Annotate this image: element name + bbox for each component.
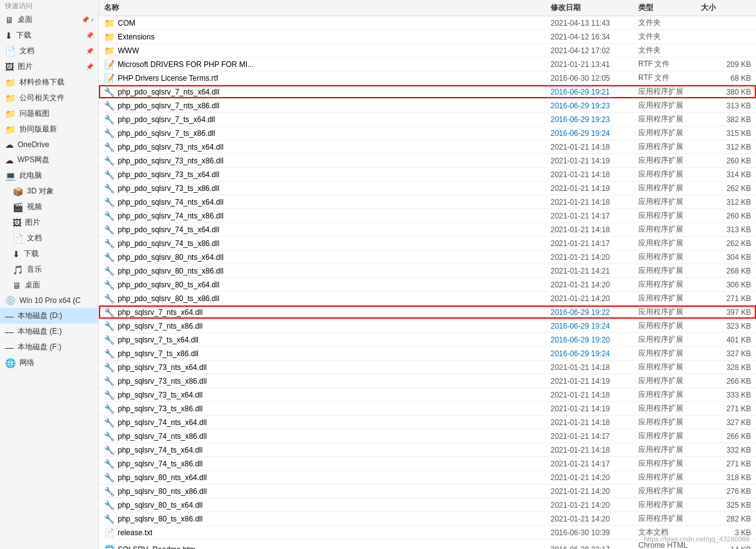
table-row[interactable]: 📁 WWW 2021-04-12 17:02 文件夹 [99, 44, 756, 58]
table-row[interactable]: 🔧 php_sqlsrv_80_nts_x64.dll 2021-01-21 1… [99, 471, 756, 485]
desktop-icon: 🖥 [5, 15, 14, 25]
table-row[interactable]: 🔧 php_pdo_sqlsrv_73_nts_x86.dll 2021-01-… [99, 154, 756, 168]
table-row[interactable]: 🔧 php_pdo_sqlsrv_7_nts_x64.dll 2016-06-2… [99, 85, 756, 99]
sidebar-item-music[interactable]: 🎵 音乐 [0, 262, 98, 277]
table-row[interactable]: 🔧 php_pdo_sqlsrv_74_nts_x64.dll 2021-01-… [99, 195, 756, 209]
table-row[interactable]: 🔧 php_pdo_sqlsrv_80_nts_x86.dll 2021-01-… [99, 264, 756, 278]
table-row[interactable]: 🔧 php_pdo_sqlsrv_7_ts_x86.dll 2016-06-29… [99, 126, 756, 140]
sidebar-item-network[interactable]: 🌐 网络 [0, 355, 98, 371]
column-date[interactable]: 修改日期 [551, 3, 638, 13]
table-row[interactable]: 🔧 php_sqlsrv_74_nts_x64.dll 2021-01-21 1… [99, 416, 756, 429]
sidebar-item-dl2[interactable]: ⬇ 下载 [0, 246, 98, 262]
column-type[interactable]: 类型 [638, 3, 701, 13]
table-row[interactable]: 🔧 php_sqlsrv_7_nts_x64.dll 2016-06-29 19… [99, 305, 756, 319]
sidebar-item-label: 图片 [25, 217, 40, 228]
file-type: 文件夹 [638, 31, 701, 42]
table-row[interactable]: 🔧 php_sqlsrv_7_ts_x64.dll 2016-06-29 19:… [99, 333, 756, 347]
table-row[interactable]: 🔧 php_pdo_sqlsrv_7_ts_x64.dll 2016-06-29… [99, 113, 756, 126]
table-row[interactable]: 📁 COM 2021-04-13 11:43 文件夹 [99, 16, 756, 30]
table-row[interactable]: 🔧 php_pdo_sqlsrv_73_ts_x86.dll 2021-01-2… [99, 182, 756, 195]
sidebar-item-diskD[interactable]: — 本地磁盘 (D:) [0, 308, 98, 324]
file-type: 应用程序扩展 [638, 128, 701, 138]
video-icon: 🎬 [13, 202, 23, 212]
table-row[interactable]: 🔧 php_sqlsrv_7_nts_x86.dll 2016-06-29 19… [99, 319, 756, 333]
sidebar-item-pics2[interactable]: 🖼 图片 [0, 215, 98, 230]
sidebar-item-collab[interactable]: 📁 协同版最新 [0, 121, 98, 137]
file-name: COM [118, 19, 135, 28]
table-row[interactable]: 🔧 php_sqlsrv_73_ts_x86.dll 2021-01-21 14… [99, 402, 756, 416]
sidebar-item-3d[interactable]: 📦 3D 对象 [0, 183, 98, 199]
download-icon: ⬇ [5, 31, 13, 41]
sidebar-item-documents[interactable]: 📄 文档 📌 [0, 43, 98, 59]
file-list[interactable]: 名称 修改日期 类型 大小 📁 COM 2021-04-13 11:43 文件夹… [99, 0, 756, 549]
table-row[interactable]: 🔧 php_pdo_sqlsrv_80_nts_x64.dll 2021-01-… [99, 250, 756, 264]
sidebar-item-onedrive[interactable]: ☁ OneDrive [0, 137, 98, 152]
table-row[interactable]: 🔧 php_sqlsrv_74_ts_x86.dll 2021-01-21 14… [99, 457, 756, 471]
file-size: 323 KB [701, 322, 751, 331]
table-row[interactable]: 🔧 php_pdo_sqlsrv_73_nts_x64.dll 2021-01-… [99, 140, 756, 154]
file-name-cell: 🔧 php_pdo_sqlsrv_73_nts_x86.dll [104, 156, 551, 166]
table-row[interactable]: 🔧 php_pdo_sqlsrv_74_nts_x86.dll 2021-01-… [99, 209, 756, 223]
table-row[interactable]: 📝 PHP Drivers License Terms.rtf 2016-06-… [99, 71, 756, 85]
doc-icon: 📄 [5, 46, 16, 56]
table-row[interactable]: 🔧 php_pdo_sqlsrv_74_ts_x86.dll 2021-01-2… [99, 237, 756, 250]
file-name-cell: 📄 release.txt [104, 528, 551, 538]
table-row[interactable]: 🔧 php_pdo_sqlsrv_74_ts_x64.dll 2021-01-2… [99, 223, 756, 237]
sidebar-item-label: WPS网盘 [18, 155, 49, 165]
sidebar-item-company[interactable]: 📁 公司相关文件 [0, 90, 98, 106]
sidebar-item-diskF[interactable]: — 本地磁盘 (F:) [0, 339, 98, 355]
column-name[interactable]: 名称 [104, 3, 551, 13]
sidebar-item-pictures[interactable]: 🖼 图片 📌 [0, 59, 98, 74]
file-date: 2021-01-21 14:20 [551, 515, 638, 523]
file-type: 应用程序扩展 [638, 472, 701, 483]
sidebar-item-wps[interactable]: ☁ WPS网盘 [0, 152, 98, 168]
sidebar-item-win10[interactable]: 💿 Win 10 Pro x64 (C [0, 293, 98, 308]
file-size: 333 KB [701, 391, 751, 399]
table-row[interactable]: 🔧 php_sqlsrv_74_ts_x64.dll 2021-01-21 14… [99, 443, 756, 457]
column-size[interactable]: 大小 [701, 3, 751, 13]
file-name: php_sqlsrv_73_nts_x64.dll [118, 363, 207, 372]
table-row[interactable]: 📄 release.txt 2016-06-30 10:39 文本文档 3 KB [99, 526, 756, 540]
file-icon: 🔧 [104, 473, 115, 483]
table-row[interactable]: 🔧 php_pdo_sqlsrv_80_ts_x86.dll 2021-01-2… [99, 292, 756, 305]
table-row[interactable]: 🔧 php_sqlsrv_74_nts_x86.dll 2021-01-21 1… [99, 429, 756, 443]
table-row[interactable]: 🔧 php_pdo_sqlsrv_80_ts_x64.dll 2021-01-2… [99, 278, 756, 292]
table-row[interactable]: 🔧 php_sqlsrv_80_nts_x86.dll 2021-01-21 1… [99, 485, 756, 498]
file-date: 2021-01-21 14:18 [551, 391, 638, 399]
sidebar-item-downloads[interactable]: ⬇ 下载 📌 [0, 28, 98, 43]
table-row[interactable]: 🔧 php_sqlsrv_7_ts_x86.dll 2016-06-29 19:… [99, 347, 756, 361]
file-name-cell: 🔧 php_pdo_sqlsrv_74_nts_x64.dll [104, 197, 551, 207]
file-size: 382 KB [701, 115, 751, 124]
table-row[interactable]: 📁 Extensions 2021-04-12 16:34 文件夹 [99, 30, 756, 44]
sidebar-item-diskE[interactable]: — 本地磁盘 (E:) [0, 324, 98, 339]
pin-icon: 📌 [81, 16, 89, 23]
sidebar-item-issues[interactable]: 📁 问题截图 [0, 106, 98, 121]
file-name-cell: 🔧 php_sqlsrv_80_nts_x64.dll [104, 473, 551, 483]
file-name: Extensions [118, 33, 155, 41]
table-row[interactable]: 🔧 php_sqlsrv_73_ts_x64.dll 2021-01-21 14… [99, 388, 756, 402]
sidebar-item-docs2[interactable]: 📄 文档 [0, 230, 98, 246]
table-row[interactable]: 🔧 php_sqlsrv_73_nts_x64.dll 2021-01-21 1… [99, 361, 756, 374]
sidebar-item-desktop2[interactable]: 🖥 桌面 [0, 277, 98, 293]
sidebar-item-materials[interactable]: 📁 材料价格下载 [0, 74, 98, 90]
file-size: 266 KB [701, 377, 751, 386]
table-row[interactable]: 🔧 php_sqlsrv_80_ts_x86.dll 2021-01-21 14… [99, 512, 756, 526]
file-name: php_pdo_sqlsrv_7_ts_x86.dll [118, 129, 215, 138]
table-row[interactable]: 🔧 php_sqlsrv_73_nts_x86.dll 2021-01-21 1… [99, 374, 756, 388]
file-name: php_pdo_sqlsrv_7_nts_x86.dll [118, 101, 219, 110]
table-row[interactable]: 🔧 php_pdo_sqlsrv_7_nts_x86.dll 2016-06-2… [99, 99, 756, 113]
table-row[interactable]: 🔧 php_pdo_sqlsrv_73_ts_x64.dll 2021-01-2… [99, 168, 756, 182]
file-date: 2016-06-29 19:24 [551, 349, 638, 358]
file-icon: 🔧 [104, 321, 115, 331]
table-row[interactable]: 🔧 php_sqlsrv_80_ts_x64.dll 2021-01-21 14… [99, 498, 756, 512]
sidebar-item-videos[interactable]: 🎬 视频 [0, 199, 98, 215]
file-type: 应用程序扩展 [638, 265, 701, 276]
folder-icon: 📁 [5, 109, 16, 119]
sidebar-item-thispc[interactable]: 💻 此电脑 [0, 168, 98, 183]
file-type: 应用程序扩展 [638, 183, 701, 193]
sidebar-item-desktop[interactable]: 🖥 桌面 📌 › [0, 12, 98, 28]
file-icon: 🔧 [104, 390, 115, 400]
file-size: 328 KB [701, 363, 751, 372]
table-row[interactable]: 🌐 SQLSRV_Readme.htm 2016-06-28 22:17 Chr… [99, 540, 756, 549]
table-row[interactable]: 📝 Microsoft DRIVERS FOR PHP FOR MI... 20… [99, 58, 756, 71]
